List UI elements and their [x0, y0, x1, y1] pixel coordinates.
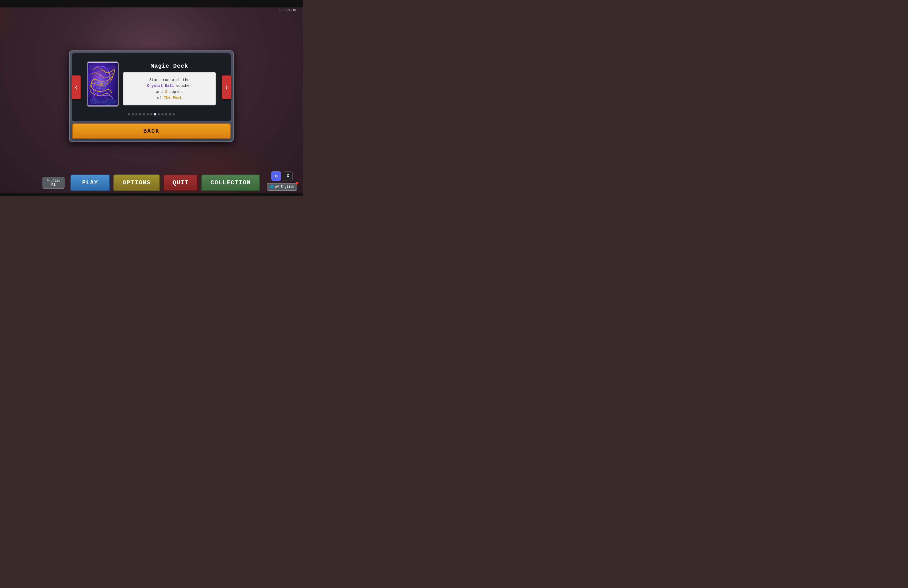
desc-crystal-ball: Crystal Ball	[147, 84, 174, 88]
profile-box: Profile P1	[42, 177, 64, 189]
version-label: 1.0.1m-FULL	[279, 8, 298, 12]
dot-3[interactable]	[135, 113, 137, 116]
info-panel: Magic Deck Start run with the Crystal Ba…	[123, 63, 216, 105]
modal-inner: ❮ ❯	[72, 53, 231, 121]
options-button[interactable]: OPTIONS	[113, 174, 160, 191]
desc-copies-count: 2	[165, 90, 167, 94]
profile-label: Profile	[47, 179, 60, 183]
deck-card-image	[87, 61, 119, 107]
notification-dot	[296, 182, 298, 185]
bottom-navigation: Profile P1 PLAY OPTIONS QUIT COLLECTION	[0, 174, 303, 191]
dot-5[interactable]	[143, 113, 145, 116]
pagination-dots	[76, 111, 227, 117]
top-bar	[0, 0, 303, 7]
prev-arrow[interactable]: ❮	[71, 76, 81, 99]
dot-13[interactable]	[172, 113, 175, 116]
language-icon: 🌐	[270, 185, 274, 189]
social-icons-row: ⊕ X	[271, 171, 293, 181]
desc-and: and	[156, 90, 163, 94]
dot-2[interactable]	[132, 113, 134, 116]
svg-point-5	[100, 82, 103, 85]
dot-9[interactable]	[158, 113, 160, 116]
profile-value: P1	[52, 183, 56, 187]
language-label: AV English	[275, 185, 294, 189]
dot-1[interactable]	[128, 113, 130, 116]
collection-button[interactable]: COLLECTION	[201, 174, 260, 191]
back-button[interactable]: Back	[72, 124, 231, 139]
play-button[interactable]: PLAY	[70, 174, 110, 191]
modal-container: ❮ ❯	[69, 50, 233, 142]
next-arrow-icon: ❯	[225, 84, 228, 90]
dot-6[interactable]	[147, 113, 149, 116]
quit-button[interactable]: QUIT	[163, 174, 198, 191]
deck-description-box: Start run with the Crystal Ball voucher …	[123, 72, 216, 105]
modal-content: Magic Deck Start run with the Crystal Ba…	[76, 58, 227, 111]
twitter-icon-text: X	[287, 174, 290, 179]
dot-4[interactable]	[139, 113, 141, 116]
desc-line1: Start run with the	[149, 77, 189, 82]
twitter-x-icon[interactable]: X	[283, 171, 293, 181]
desc-copies: copies	[169, 90, 183, 94]
desc-the-fool: The Fool	[164, 95, 182, 100]
dot-7[interactable]	[150, 113, 152, 116]
prev-arrow-icon: ❮	[75, 84, 78, 90]
discord-icon-text: ⊕	[275, 174, 278, 179]
dot-8-active[interactable]	[154, 113, 156, 116]
deck-title: Magic Deck	[151, 63, 188, 69]
next-arrow[interactable]: ❯	[222, 76, 231, 99]
language-container: 🌐 AV English	[267, 183, 297, 191]
dot-12[interactable]	[169, 113, 171, 116]
bottom-bar-decoration	[0, 193, 303, 196]
modal-outer: ❮ ❯	[69, 50, 233, 142]
social-area: ⊕ X 🌐 AV English	[267, 171, 297, 191]
desc-line2: voucher	[176, 84, 192, 88]
dot-11[interactable]	[165, 113, 167, 116]
desc-of: of	[157, 95, 162, 100]
discord-icon[interactable]: ⊕	[271, 171, 281, 181]
language-button[interactable]: 🌐 AV English	[267, 183, 297, 191]
dot-10[interactable]	[161, 113, 164, 116]
